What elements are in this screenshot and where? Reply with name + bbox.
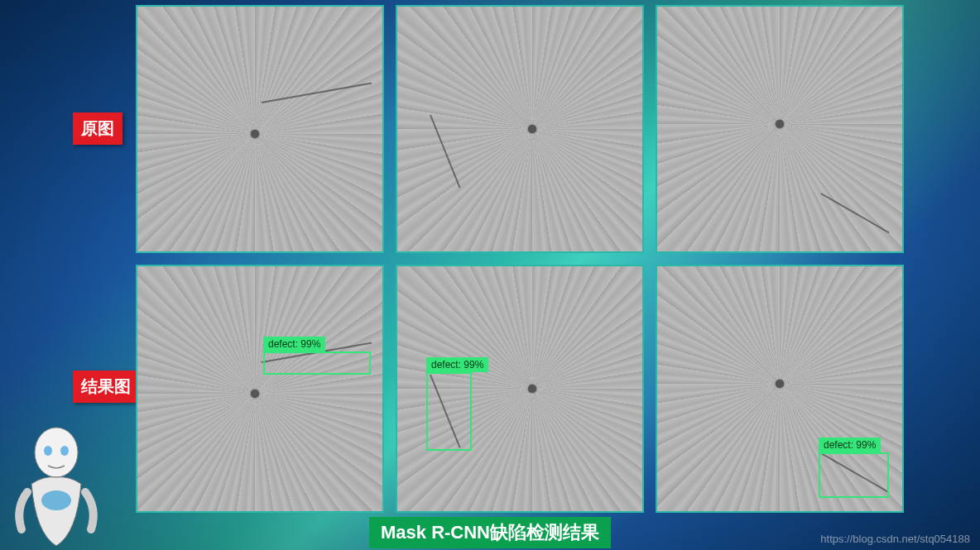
detection-label: defect: 99% bbox=[263, 337, 325, 352]
tile-result-1: defect: 99% bbox=[136, 265, 384, 513]
tile-original-2 bbox=[396, 5, 644, 253]
texture bbox=[137, 7, 382, 251]
center-dot bbox=[528, 125, 536, 133]
center-dot bbox=[251, 390, 259, 398]
svg-point-0 bbox=[35, 428, 78, 477]
detection-label: defect: 99% bbox=[819, 438, 881, 452]
center-dot bbox=[251, 130, 259, 138]
robot-icon bbox=[7, 418, 106, 550]
tile-result-3: defect: 99% bbox=[656, 265, 904, 513]
texture bbox=[657, 7, 902, 251]
tile-result-2: defect: 99% bbox=[396, 265, 644, 513]
detection-bbox: defect: 99% bbox=[263, 352, 371, 375]
watermark: https://blog.csdn.net/stq054188 bbox=[820, 533, 970, 545]
tile-original-1 bbox=[136, 5, 384, 253]
center-dot bbox=[528, 385, 536, 393]
svg-point-3 bbox=[41, 490, 71, 510]
center-dot bbox=[776, 120, 784, 128]
detection-label: defect: 99% bbox=[426, 357, 488, 372]
label-result: 结果图 bbox=[73, 371, 139, 403]
caption: Mask R-CNN缺陷检测结果 bbox=[369, 517, 611, 548]
texture bbox=[137, 266, 382, 511]
texture bbox=[397, 7, 642, 251]
tile-original-3 bbox=[656, 5, 904, 253]
svg-point-2 bbox=[60, 446, 69, 456]
image-grid: defect: 99% defect: 99% defect: 99% bbox=[136, 5, 904, 513]
svg-point-1 bbox=[44, 446, 52, 456]
label-original: 原图 bbox=[73, 112, 122, 145]
detection-bbox: defect: 99% bbox=[819, 452, 889, 498]
detection-bbox: defect: 99% bbox=[426, 372, 472, 451]
center-dot bbox=[776, 380, 784, 388]
